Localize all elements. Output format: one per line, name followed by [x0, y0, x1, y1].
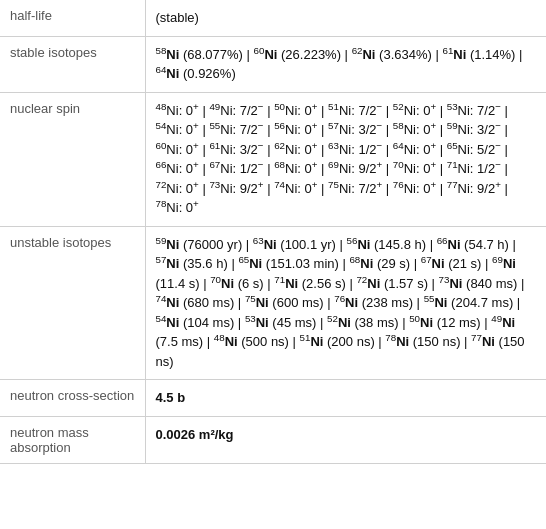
table-row: neutron cross-section4.5 b: [0, 380, 546, 417]
row-value: 4.5 b: [145, 380, 546, 417]
row-label: unstable isotopes: [0, 226, 145, 380]
row-label: nuclear spin: [0, 92, 145, 226]
properties-table: half-life(stable)stable isotopes58Ni (68…: [0, 0, 546, 464]
table-row: neutron mass absorption0.0026 m²/kg: [0, 416, 546, 463]
row-label: neutron mass absorption: [0, 416, 145, 463]
row-value: (stable): [145, 0, 546, 36]
row-value: 59Ni (76000 yr) | 63Ni (100.1 yr) | 56Ni…: [145, 226, 546, 380]
row-label: stable isotopes: [0, 36, 145, 92]
row-label: half-life: [0, 0, 145, 36]
row-value: 58Ni (68.077%) | 60Ni (26.223%) | 62Ni (…: [145, 36, 546, 92]
row-label: neutron cross-section: [0, 380, 145, 417]
table-row: stable isotopes58Ni (68.077%) | 60Ni (26…: [0, 36, 546, 92]
row-value: 48Ni: 0+ | 49Ni: 7/2− | 50Ni: 0+ | 51Ni:…: [145, 92, 546, 226]
table-row: nuclear spin48Ni: 0+ | 49Ni: 7/2− | 50Ni…: [0, 92, 546, 226]
row-value: 0.0026 m²/kg: [145, 416, 546, 463]
table-row: half-life(stable): [0, 0, 546, 36]
table-row: unstable isotopes59Ni (76000 yr) | 63Ni …: [0, 226, 546, 380]
